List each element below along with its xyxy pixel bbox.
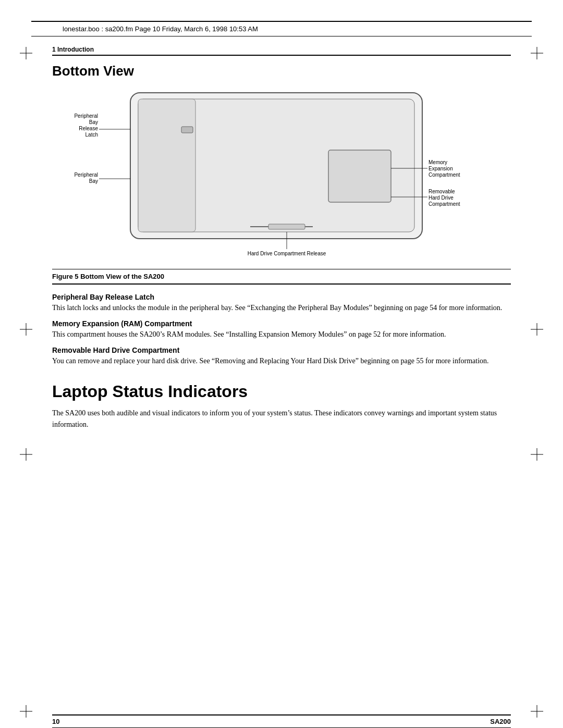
memory-expansion-title: Memory Expansion (RAM) Compartment [52,319,511,328]
svg-rect-4 [328,150,391,202]
crosshair-top-right [531,47,543,59]
bottom-view-diagram: Peripheral Bay Release Latch Peripheral … [52,88,511,260]
bottom-view-heading: Bottom View [52,63,511,79]
svg-text:Memory: Memory [429,159,447,165]
footer-page-number: 10 [52,718,59,725]
svg-text:Hard Drive Compartment Release: Hard Drive Compartment Release [248,251,326,256]
figure-caption: Figure 5 Bottom View of the SA200 [52,269,511,285]
svg-rect-3 [181,127,193,133]
svg-rect-6 [268,224,305,229]
footer-product-name: SA200 [490,718,511,725]
svg-text:Peripheral: Peripheral [74,113,98,119]
header-text: lonestar.boo : sa200.fm Page 10 Friday, … [63,25,258,33]
svg-text:Bay: Bay [89,178,98,184]
section-label: 1 Introduction [52,46,511,56]
footer: 10 SA200 [52,714,511,728]
svg-text:Latch: Latch [85,132,98,138]
svg-text:Hard Drive: Hard Drive [429,195,454,201]
peripheral-bay-title: Peripheral Bay Release Latch [52,293,511,301]
figure-caption-text: Figure 5 Bottom View of the SA200 [52,273,164,280]
crosshair-top-left [20,47,32,59]
svg-text:Compartment: Compartment [429,172,460,178]
svg-text:Compartment: Compartment [429,201,460,207]
crosshair-bottom-right [531,705,543,718]
svg-text:Removable: Removable [429,189,455,194]
crosshair-footer-caption-left [20,448,32,461]
crosshair-bottom-left [20,705,32,718]
memory-expansion-section: Memory Expansion (RAM) Compartment This … [52,319,511,340]
removable-hdd-title: Removable Hard Drive Compartment [52,346,511,354]
svg-text:Expansion: Expansion [429,166,453,171]
diagram-container: Peripheral Bay Release Latch Peripheral … [52,88,511,265]
content-area: Bottom View [52,58,511,431]
svg-text:Bay: Bay [89,119,98,125]
removable-hdd-body: You can remove and replace your hard dis… [52,355,511,366]
crosshair-mid-left [20,323,32,336]
crosshair-footer-caption-right [531,448,543,461]
memory-expansion-body: This compartment houses the SA200’s RAM … [52,329,511,340]
svg-text:Peripheral: Peripheral [74,172,98,178]
laptop-status-heading: Laptop Status Indicators [52,382,511,401]
svg-text:Release: Release [79,126,98,131]
removable-hdd-section: Removable Hard Drive Compartment You can… [52,346,511,366]
top-header: lonestar.boo : sa200.fm Page 10 Friday, … [31,21,532,36]
peripheral-bay-section: Peripheral Bay Release Latch This latch … [52,293,511,313]
laptop-status-body: The SA200 uses both audible and visual i… [52,408,511,431]
peripheral-bay-body: This latch locks and unlocks the module … [52,302,511,313]
diagram-svg-wrap: Peripheral Bay Release Latch Peripheral … [52,88,511,265]
page: lonestar.boo : sa200.fm Page 10 Friday, … [0,21,563,728]
svg-rect-2 [138,99,195,232]
crosshair-mid-right [531,323,543,336]
